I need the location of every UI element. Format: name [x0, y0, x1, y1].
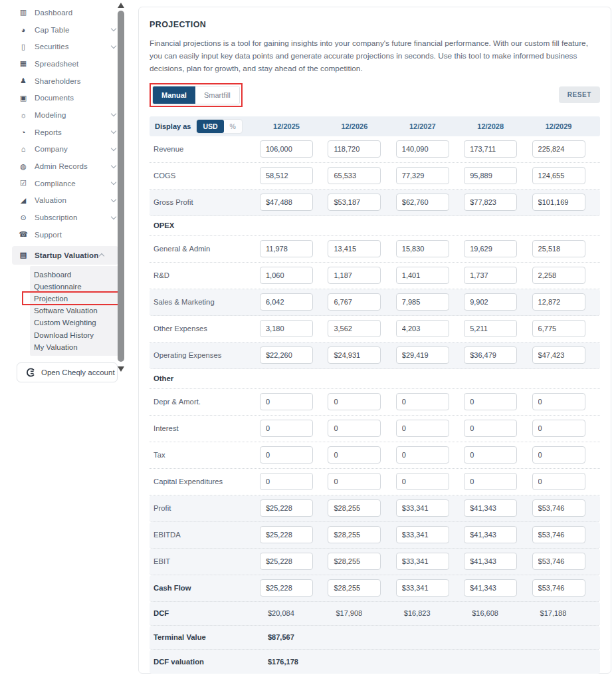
value-input[interactable]	[532, 553, 585, 570]
sidebar-item-subscription[interactable]: ⊙Subscription	[0, 209, 130, 226]
value-input[interactable]	[532, 393, 585, 410]
value-input[interactable]	[396, 293, 449, 311]
value-input[interactable]	[532, 346, 585, 364]
value-input[interactable]	[328, 240, 381, 257]
value-input[interactable]	[396, 240, 449, 257]
value-input[interactable]	[464, 393, 517, 410]
value-input[interactable]	[464, 473, 517, 490]
value-input[interactable]	[396, 526, 449, 543]
value-input[interactable]	[532, 526, 585, 543]
value-input[interactable]	[260, 473, 313, 490]
sidebar-item-modeling[interactable]: ☼Modeling	[0, 106, 130, 124]
value-input[interactable]	[532, 446, 585, 464]
submenu-item-my-valuation[interactable]: My Valuation	[30, 341, 118, 353]
value-input[interactable]	[328, 553, 381, 570]
value-input[interactable]	[396, 553, 449, 570]
value-input[interactable]	[396, 346, 449, 364]
sidebar-item-cap-table[interactable]: ◕Cap Table	[0, 21, 130, 39]
value-input[interactable]	[532, 167, 585, 184]
value-input[interactable]	[396, 579, 449, 597]
value-input[interactable]	[260, 579, 313, 597]
value-input[interactable]	[532, 499, 585, 517]
value-input[interactable]	[464, 167, 517, 184]
sidebar-item-startup-valuation[interactable]: ▤Startup Valuation	[12, 246, 118, 265]
value-input[interactable]	[396, 167, 449, 184]
value-input[interactable]	[532, 579, 585, 597]
value-input[interactable]	[464, 320, 517, 337]
value-input[interactable]	[260, 393, 313, 410]
value-input[interactable]	[328, 499, 381, 517]
value-input[interactable]	[396, 393, 449, 410]
percent-toggle-option[interactable]: %	[224, 120, 242, 133]
value-input[interactable]	[328, 293, 381, 311]
value-input[interactable]	[464, 194, 517, 211]
value-input[interactable]	[464, 553, 517, 570]
value-input[interactable]	[396, 194, 449, 211]
usd-toggle-option[interactable]: USD	[197, 120, 223, 133]
value-input[interactable]	[260, 499, 313, 517]
value-input[interactable]	[532, 267, 585, 284]
value-input[interactable]	[396, 420, 449, 437]
scroll-up-arrow-icon[interactable]	[118, 3, 124, 8]
sidebar-item-reports[interactable]: ◔Reports	[0, 124, 130, 141]
value-input[interactable]	[464, 293, 517, 311]
value-input[interactable]	[328, 167, 381, 184]
value-input[interactable]	[464, 446, 517, 464]
sidebar-item-securities[interactable]: ▯Securities	[0, 38, 130, 55]
open-cheqly-account-button[interactable]: Open Cheqly account	[17, 362, 118, 382]
sidebar-scrollbar[interactable]	[117, 0, 125, 382]
value-input[interactable]	[328, 346, 381, 364]
value-input[interactable]	[464, 267, 517, 284]
value-input[interactable]	[464, 526, 517, 543]
value-input[interactable]	[464, 346, 517, 364]
value-input[interactable]	[328, 420, 381, 437]
submenu-item-questionnaire[interactable]: Questionnaire	[30, 281, 118, 293]
sidebar-item-compliance[interactable]: ☑Compliance	[0, 175, 130, 192]
value-input[interactable]	[260, 526, 313, 543]
submenu-item-projection[interactable]: Projection	[30, 293, 118, 305]
sidebar-item-spreadsheet[interactable]: ▦Spreadsheet	[0, 55, 130, 72]
value-input[interactable]	[532, 420, 585, 437]
value-input[interactable]	[328, 579, 381, 597]
manual-tab[interactable]: Manual	[153, 86, 195, 104]
value-input[interactable]	[396, 473, 449, 490]
sidebar-item-company[interactable]: ⌂Company	[0, 141, 130, 158]
submenu-item-software-valuation[interactable]: Software Valuation	[30, 305, 118, 317]
value-input[interactable]	[532, 140, 585, 158]
value-input[interactable]	[260, 320, 313, 337]
submenu-item-dashboard[interactable]: Dashboard	[30, 269, 118, 281]
value-input[interactable]	[260, 267, 313, 284]
value-input[interactable]	[532, 473, 585, 490]
value-input[interactable]	[328, 140, 381, 158]
value-input[interactable]	[464, 140, 517, 158]
sidebar-item-documents[interactable]: ▣Documents	[0, 89, 130, 106]
value-input[interactable]	[396, 320, 449, 337]
scrollbar-thumb[interactable]	[118, 11, 124, 362]
value-input[interactable]	[328, 473, 381, 490]
sidebar-item-valuation[interactable]: ◢Valuation	[0, 192, 130, 209]
sidebar-item-support[interactable]: ☎Support	[0, 226, 130, 243]
value-input[interactable]	[260, 420, 313, 437]
scroll-down-arrow-icon[interactable]	[118, 366, 124, 372]
value-input[interactable]	[464, 420, 517, 437]
value-input[interactable]	[328, 194, 381, 211]
value-input[interactable]	[396, 446, 449, 464]
value-input[interactable]	[328, 526, 381, 543]
value-input[interactable]	[464, 240, 517, 257]
value-input[interactable]	[532, 320, 585, 337]
value-input[interactable]	[532, 293, 585, 311]
value-input[interactable]	[260, 140, 313, 158]
value-input[interactable]	[532, 194, 585, 211]
submenu-item-download-history[interactable]: Download History	[30, 329, 118, 341]
value-input[interactable]	[260, 553, 313, 570]
value-input[interactable]	[464, 499, 517, 517]
value-input[interactable]	[260, 167, 313, 184]
value-input[interactable]	[260, 346, 313, 364]
value-input[interactable]	[396, 499, 449, 517]
sidebar-item-dashboard[interactable]: ▥Dashboard	[0, 4, 130, 21]
smartfill-tab[interactable]: Smartfill	[195, 86, 239, 104]
value-input[interactable]	[328, 393, 381, 410]
value-input[interactable]	[260, 194, 313, 211]
value-input[interactable]	[260, 293, 313, 311]
value-input[interactable]	[396, 140, 449, 158]
